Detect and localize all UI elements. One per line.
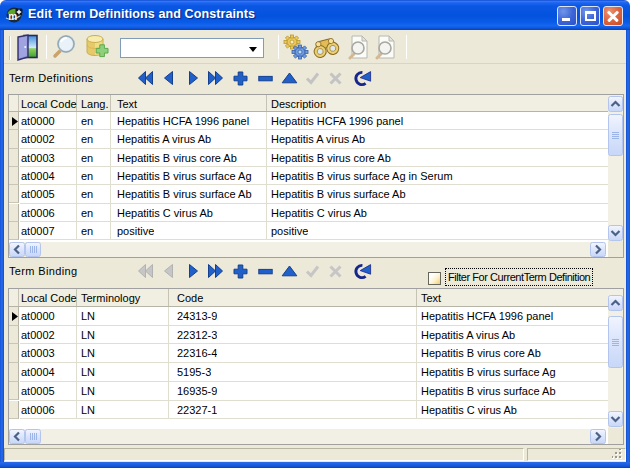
svg-text:m: m — [8, 11, 17, 22]
